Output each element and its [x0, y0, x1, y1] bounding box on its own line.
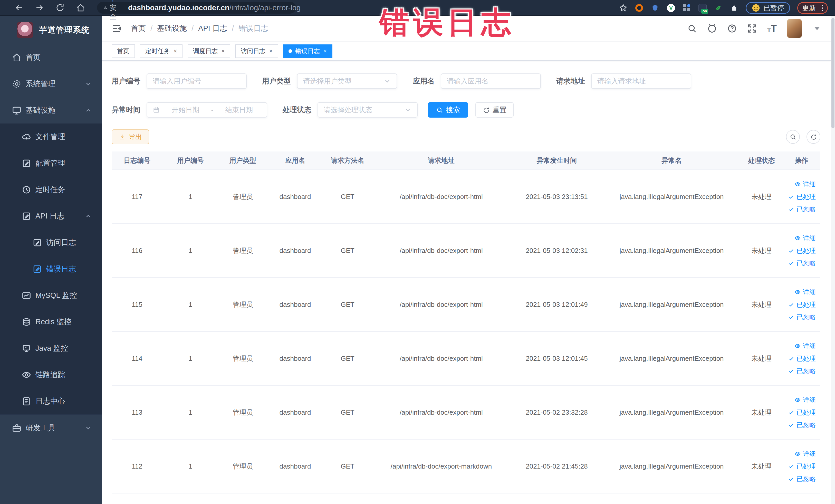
table-toolbar: 导出	[111, 129, 820, 144]
paused-extension-badge[interactable]: 已暂停	[746, 2, 790, 14]
bookmark-star-icon[interactable]	[619, 4, 628, 12]
close-icon[interactable]: ×	[323, 47, 327, 55]
action-processed[interactable]: 已处理	[788, 246, 816, 255]
sidebar-item-redis[interactable]: Redis 监控	[0, 309, 102, 335]
browser-update-button[interactable]: 更新	[797, 2, 828, 14]
back-icon[interactable]	[14, 3, 24, 12]
cell-exception: java.lang.IllegalArgumentException	[603, 247, 740, 255]
gear-icon	[12, 79, 22, 89]
action-label: 已处理	[796, 354, 816, 363]
user-id-input[interactable]: 请输入用户编号	[147, 74, 247, 89]
refresh-table-button[interactable]	[807, 130, 820, 144]
forward-icon[interactable]	[35, 3, 44, 12]
sidebar-item-access-log[interactable]: 访问日志	[0, 229, 102, 256]
export-button[interactable]: 导出	[111, 129, 149, 144]
action-detail[interactable]: 详细	[794, 180, 816, 188]
action-processed[interactable]: 已处理	[788, 462, 816, 471]
app-name-input[interactable]: 请输入应用名	[441, 74, 541, 89]
page-scrollbar[interactable]	[831, 16, 835, 504]
process-status-select[interactable]: 请选择处理状态	[318, 102, 418, 118]
sidebar-item-dev-tools[interactable]: 研发工具	[0, 415, 102, 441]
tab-job[interactable]: 定时任务×	[140, 44, 183, 58]
sidebar-item-infra[interactable]: 基础设施	[0, 97, 102, 123]
breadcrumb-item[interactable]: API 日志	[198, 23, 227, 34]
tab-job-log[interactable]: 调度日志×	[188, 44, 230, 58]
github-icon[interactable]	[707, 24, 717, 33]
cell-time: 2021-05-03 12:01:45	[511, 355, 603, 363]
reload-icon[interactable]	[56, 3, 65, 12]
search-button-label: 搜索	[446, 105, 460, 115]
sidebar-item-log-center[interactable]: 日志中心	[0, 388, 102, 415]
sidebar-item-api-log[interactable]: API 日志	[0, 203, 102, 229]
font-size-icon[interactable]: TT	[767, 24, 777, 33]
tab-error-log[interactable]: 错误日志×	[283, 44, 332, 58]
search-button[interactable]: 搜索	[428, 102, 468, 118]
extension-grid-icon[interactable]	[683, 4, 691, 12]
column-header: 请求方法名	[323, 156, 372, 165]
home-icon[interactable]	[76, 3, 85, 12]
reset-button[interactable]: 重置	[475, 102, 514, 118]
action-ignored[interactable]: 已忽略	[788, 421, 816, 429]
extension-v-icon[interactable]: V	[667, 4, 675, 12]
active-tab-dot	[288, 49, 292, 53]
action-ignored[interactable]: 已忽略	[788, 475, 816, 483]
sidebar-item-home[interactable]: 首页	[0, 44, 102, 70]
extension-on-toggle-icon[interactable]: on	[698, 4, 707, 12]
action-ignored[interactable]: 已忽略	[788, 313, 816, 321]
tab-label: 首页	[117, 47, 129, 55]
search-icon[interactable]	[687, 24, 697, 33]
sidebar-item-trace[interactable]: 链路追踪	[0, 362, 102, 388]
tab-access-log[interactable]: 访问日志×	[236, 44, 278, 58]
check-icon	[788, 260, 794, 266]
cell-id: 114	[111, 355, 162, 363]
sidebar-item-error-log[interactable]: 错误日志	[0, 256, 102, 282]
paused-label: 已暂停	[763, 3, 784, 13]
browser-menu-icon[interactable]	[822, 5, 823, 11]
action-detail[interactable]: 详细	[794, 288, 816, 296]
action-processed[interactable]: 已处理	[788, 300, 816, 309]
action-detail[interactable]: 详细	[794, 234, 816, 242]
action-detail[interactable]: 详细	[794, 342, 816, 350]
address-bar[interactable]: 不安全 dashboard.yudao.iocoder.cn/infra/log…	[97, 2, 296, 14]
action-ignored[interactable]: 已忽略	[788, 259, 816, 267]
close-icon[interactable]: ×	[269, 47, 272, 55]
help-icon[interactable]	[727, 24, 737, 33]
close-icon[interactable]: ×	[221, 47, 225, 55]
tab-home[interactable]: 首页	[111, 44, 135, 58]
filter-request-url: 请求地址 请输入请求地址	[556, 74, 691, 89]
scrollbar-thumb[interactable]	[831, 18, 834, 128]
action-processed[interactable]: 已处理	[788, 354, 816, 363]
action-processed[interactable]: 已处理	[788, 408, 816, 417]
action-detail[interactable]: 详细	[794, 449, 816, 458]
action-detail[interactable]: 详细	[794, 396, 816, 404]
sidebar-item-config[interactable]: 配置管理	[0, 150, 102, 176]
action-processed[interactable]: 已处理	[788, 193, 816, 201]
toggle-search-button[interactable]	[786, 130, 800, 144]
sidebar-toggle-icon[interactable]	[111, 23, 122, 34]
close-icon[interactable]: ×	[174, 47, 177, 55]
app-title: 芋道管理系统	[39, 25, 90, 36]
cell-url: /api/infra/db-doc/export-html	[372, 247, 511, 255]
breadcrumb-item[interactable]: 首页	[131, 23, 146, 34]
sidebar-item-mysql[interactable]: MySQL 监控	[0, 282, 102, 309]
chevron-down-icon[interactable]	[812, 24, 822, 33]
sidebar-item-file[interactable]: 文件管理	[0, 123, 102, 150]
action-ignored[interactable]: 已忽略	[788, 205, 816, 214]
avatar[interactable]	[787, 19, 802, 38]
extensions-puzzle-icon[interactable]	[730, 4, 738, 12]
sidebar-item-java[interactable]: Java 监控	[0, 335, 102, 362]
breadcrumb-item[interactable]: 基础设施	[157, 23, 187, 34]
breadcrumb-item: 错误日志	[239, 23, 268, 34]
date-range-picker[interactable]: 开始日期 - 结束日期	[147, 102, 267, 118]
extension-shield-icon[interactable]	[651, 4, 659, 12]
sidebar-item-job[interactable]: 定时任务	[0, 176, 102, 203]
fullscreen-icon[interactable]	[747, 24, 757, 33]
extension-orange-icon[interactable]	[635, 4, 644, 12]
security-indicator[interactable]: 不安全	[104, 0, 120, 22]
extension-leaf-icon[interactable]	[714, 4, 722, 12]
action-ignored[interactable]: 已忽略	[788, 367, 816, 375]
request-url-input[interactable]: 请输入请求地址	[591, 74, 691, 89]
user-type-select[interactable]: 请选择用户类型	[297, 74, 397, 89]
app-logo-row[interactable]: 芋道管理系统	[0, 16, 102, 38]
sidebar-item-system[interactable]: 系统管理	[0, 70, 102, 97]
